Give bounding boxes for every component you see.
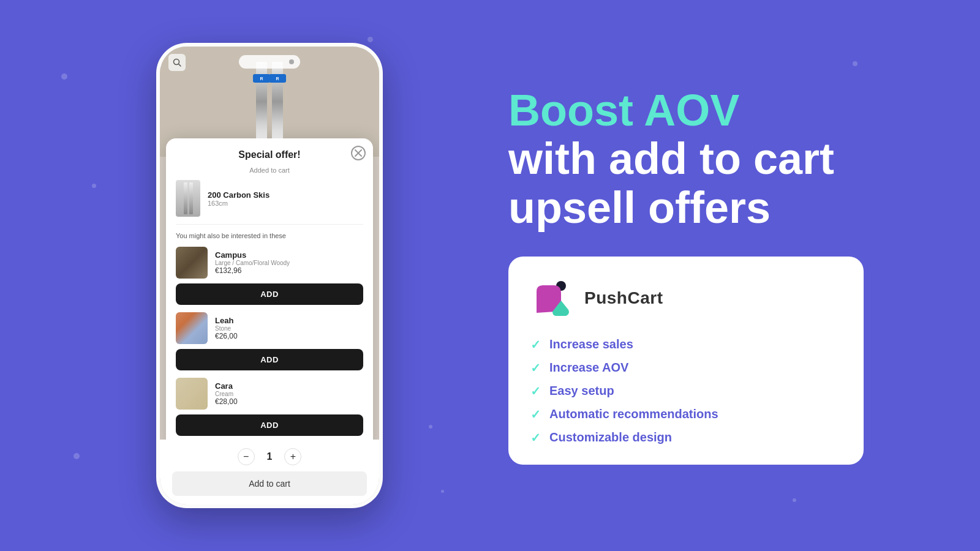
campus-add-button[interactable]: ADD — [176, 283, 363, 305]
cara-product-image — [176, 378, 208, 410]
ski-brand-logo: R — [253, 74, 270, 83]
leah-name: Leah — [215, 316, 363, 325]
ski-product-image: R R — [256, 62, 283, 141]
campus-variant: Large / Camo/Floral Woody — [215, 260, 363, 266]
interested-label: You might also be interested in these — [176, 232, 363, 239]
main-product-variant: 163cm — [208, 200, 270, 207]
svg-line-1 — [179, 64, 181, 67]
phone-camera — [289, 59, 294, 64]
zoom-icon[interactable] — [168, 54, 186, 71]
cara-name: Cara — [215, 381, 363, 391]
special-offer-modal: Special offer! Added to cart 200 Carbon … — [166, 138, 373, 453]
headline-line1: Boost AOV — [508, 86, 931, 135]
phone-notch — [239, 55, 300, 69]
ski-brand-logo-2: R — [269, 74, 286, 83]
headline-line2: with add to cart — [508, 135, 931, 183]
headline-block: Boost AOV with add to cart upsell offers — [508, 86, 931, 232]
check-icon-0: ✓ — [530, 337, 541, 352]
add-to-cart-button[interactable]: Add to cart — [172, 471, 367, 496]
card-header: PushCart — [530, 276, 842, 320]
feature-item-1: ✓ Increase AOV — [530, 361, 842, 375]
check-icon-1: ✓ — [530, 361, 541, 375]
campus-product-info: Campus Large / Camo/Floral Woody €132,96 — [215, 250, 363, 275]
phone-screen: R R Special offer! Added to cart — [160, 47, 379, 504]
modal-close-button[interactable] — [351, 146, 366, 160]
leah-variant: Stone — [215, 325, 363, 332]
quantity-row: − 1 + — [172, 448, 367, 465]
cara-product-info: Cara Cream €28,00 — [215, 381, 363, 406]
cara-variant: Cream — [215, 391, 363, 397]
recommended-product-3: Cara Cream €28,00 — [176, 378, 363, 410]
quantity-increase-button[interactable]: + — [284, 448, 301, 465]
feature-text-4: Customizable design — [549, 430, 672, 444]
leah-add-button[interactable]: ADD — [176, 349, 363, 370]
recommended-product-2: Leah Stone €26,00 — [176, 312, 363, 344]
quantity-display: 1 — [267, 451, 273, 462]
main-product-info: 200 Carbon Skis 163cm — [208, 190, 270, 207]
check-icon-2: ✓ — [530, 384, 541, 399]
added-to-cart-label: Added to cart — [176, 167, 363, 174]
main-product-image — [176, 180, 200, 217]
feature-text-3: Automatic recommendations — [549, 407, 718, 421]
phone-bottom-bar: − 1 + Add to cart — [160, 440, 379, 504]
check-icon-3: ✓ — [530, 407, 541, 422]
cara-price: €28,00 — [215, 397, 363, 406]
campus-product-image — [176, 247, 208, 279]
quantity-decrease-button[interactable]: − — [238, 448, 255, 465]
feature-text-2: Easy setup — [549, 384, 614, 398]
right-section: Boost AOV with add to cart upsell offers… — [459, 0, 980, 551]
pushcart-logo — [530, 276, 575, 320]
leah-product-info: Leah Stone €26,00 — [215, 316, 363, 340]
headline-line3: upsell offers — [508, 184, 931, 232]
campus-price: €132,96 — [215, 266, 363, 275]
feature-text-1: Increase AOV — [549, 361, 628, 375]
feature-card: PushCart ✓ Increase sales ✓ Increase AOV… — [508, 257, 864, 465]
feature-text-0: Increase sales — [549, 337, 633, 351]
main-product-name: 200 Carbon Skis — [208, 190, 270, 200]
feature-item-4: ✓ Customizable design — [530, 430, 842, 445]
leah-price: €26,00 — [215, 332, 363, 340]
feature-item-0: ✓ Increase sales — [530, 337, 842, 352]
check-icon-4: ✓ — [530, 430, 541, 445]
leah-product-image — [176, 312, 208, 344]
modal-title: Special offer! — [176, 149, 363, 160]
cara-add-button[interactable]: ADD — [176, 414, 363, 436]
recommended-product-1: Campus Large / Camo/Floral Woody €132,96 — [176, 247, 363, 279]
feature-list: ✓ Increase sales ✓ Increase AOV ✓ Easy s… — [530, 337, 842, 445]
phone-mockup-section: R R Special offer! Added to cart — [123, 24, 417, 527]
app-name: PushCart — [584, 288, 663, 308]
feature-item-3: ✓ Automatic recommendations — [530, 407, 842, 422]
campus-name: Campus — [215, 250, 363, 260]
main-product-row: 200 Carbon Skis 163cm — [176, 180, 363, 225]
phone-frame: R R Special offer! Added to cart — [156, 43, 383, 508]
feature-item-2: ✓ Easy setup — [530, 384, 842, 399]
